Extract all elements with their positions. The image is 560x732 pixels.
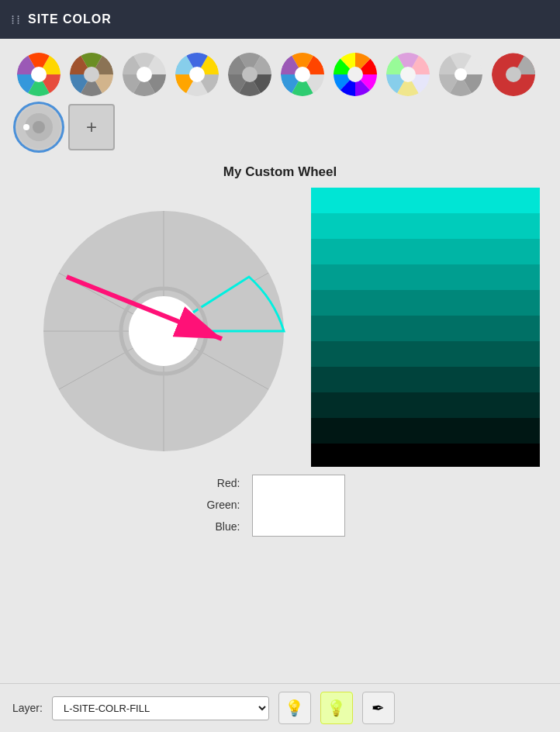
bottom-bar: Layer: L-SITE-COLR-FILL L-SITE-COLR-STRO… <box>0 683 560 732</box>
preset-wheel-rainbow[interactable] <box>16 51 62 98</box>
eyedropper-icon: ✒ <box>372 699 385 717</box>
black-bar <box>311 444 540 467</box>
svg-point-1 <box>31 67 47 82</box>
preset-wheel-yellow-blue[interactable] <box>174 51 220 98</box>
wheel-area <box>20 188 540 467</box>
eyedropper-button[interactable]: ✒ <box>362 692 395 724</box>
swatch-4[interactable] <box>311 290 540 316</box>
app: ⁞⁞ SITE COLOR <box>0 0 560 732</box>
green-label: Green: <box>207 496 240 513</box>
layer-select[interactable]: L-SITE-COLR-FILL L-SITE-COLR-STROKE L-SI… <box>52 696 269 720</box>
rgb-color-preview <box>252 475 345 537</box>
bulb-off-button[interactable]: 💡 <box>320 692 353 724</box>
blue-label: Blue: <box>207 518 240 535</box>
swatch-9[interactable] <box>311 418 540 444</box>
panel-title: SITE COLOR <box>28 12 112 26</box>
svg-point-23 <box>33 121 45 133</box>
svg-point-7 <box>189 67 205 82</box>
preset-wheel-mono-light[interactable] <box>121 51 168 98</box>
swatch-0[interactable] <box>311 188 540 213</box>
svg-point-13 <box>347 67 363 82</box>
rgb-section: Red: Green: Blue: <box>207 475 354 537</box>
svg-point-5 <box>137 67 152 82</box>
swatches-panel <box>311 188 540 444</box>
swatch-6[interactable] <box>311 341 540 367</box>
rgb-labels: Red: Green: Blue: <box>207 475 240 535</box>
wheel-section: My Custom Wheel <box>16 164 544 537</box>
svg-point-24 <box>23 124 29 130</box>
red-label: Red: <box>207 475 240 492</box>
bulb-on-button[interactable]: 💡 <box>278 692 311 724</box>
wheel-container[interactable] <box>20 188 323 467</box>
svg-point-17 <box>455 68 467 81</box>
header: ⁞⁞ SITE COLOR <box>0 0 560 39</box>
wheel-title: My Custom Wheel <box>223 164 337 180</box>
preset-wheel-earth[interactable] <box>68 51 115 98</box>
bulb-on-icon: 💡 <box>285 699 304 717</box>
plus-icon: + <box>86 116 97 138</box>
preset-wheel-mono-gray[interactable] <box>226 51 273 98</box>
preset-wheel-spectrum[interactable] <box>332 51 379 98</box>
svg-point-3 <box>84 67 99 82</box>
main-panel: + My Custom Wheel <box>0 39 560 683</box>
swatch-7[interactable] <box>311 367 540 392</box>
svg-point-9 <box>242 67 258 82</box>
add-preset-button[interactable]: + <box>68 104 115 150</box>
svg-point-35 <box>129 296 199 366</box>
presets-row: + <box>16 51 544 150</box>
preset-wheel-custom-selected[interactable] <box>16 104 62 150</box>
preset-wheel-red-pie[interactable] <box>490 51 537 98</box>
preset-wheel-orange-multi[interactable] <box>279 51 326 98</box>
swatch-8[interactable] <box>311 392 540 418</box>
layer-label: Layer: <box>12 702 43 714</box>
swatch-2[interactable] <box>311 239 540 264</box>
preset-wheel-pastel[interactable] <box>385 51 431 98</box>
svg-point-19 <box>506 67 521 82</box>
svg-point-15 <box>400 67 416 82</box>
bulb-off-icon: 💡 <box>327 699 346 717</box>
preset-wheel-mono-light2[interactable] <box>437 51 484 98</box>
svg-point-11 <box>295 67 310 82</box>
swatch-5[interactable] <box>311 316 540 341</box>
swatch-3[interactable] <box>311 264 540 290</box>
drag-handle-icon: ⁞⁞ <box>11 12 22 27</box>
swatch-1[interactable] <box>311 213 540 239</box>
